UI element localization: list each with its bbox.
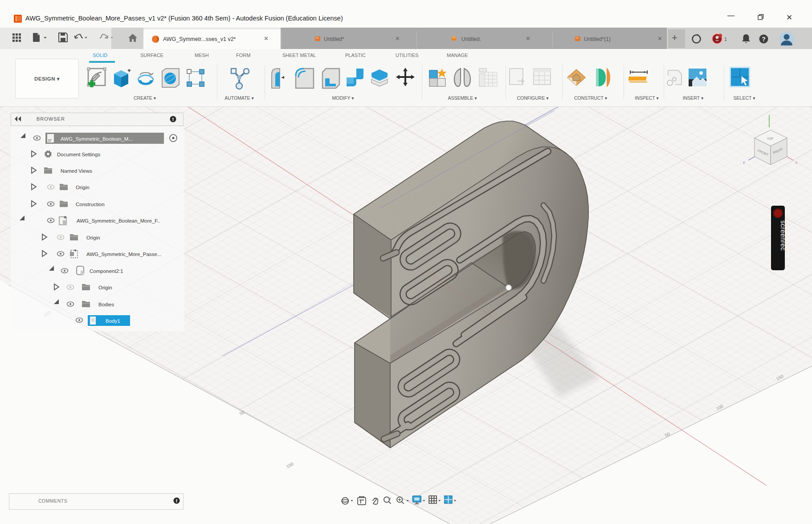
svg-text:AWG_Symmetric_More_Passe...: AWG_Symmetric_More_Passe...	[86, 252, 161, 257]
svg-text:?: ?	[762, 36, 766, 43]
svg-text:Construction: Construction	[76, 202, 105, 207]
svg-text:Component2:1: Component2:1	[90, 268, 123, 274]
svg-text:z: z	[389, 496, 391, 500]
svg-text:Bodies: Bodies	[98, 302, 114, 307]
svg-text:Origin: Origin	[86, 235, 100, 240]
svg-text:TOP: TOP	[767, 137, 774, 140]
svg-text:AWG_Symmetric_Boolean_More_F..: AWG_Symmetric_Boolean_More_F..	[77, 218, 160, 223]
svg-text:Named Views: Named Views	[61, 168, 92, 174]
svg-text:Document Settings: Document Settings	[57, 152, 100, 157]
svg-text:Origin: Origin	[98, 285, 112, 290]
svg-text:Body1: Body1	[106, 318, 120, 324]
svg-text:x: x	[796, 160, 798, 165]
svg-text:AWG_Symmetric_Boolean_M...: AWG_Symmetric_Boolean_M...	[61, 136, 133, 142]
svg-text:Origin: Origin	[76, 185, 90, 190]
svg-text:1: 1	[724, 37, 727, 42]
svg-text:z: z	[743, 160, 745, 165]
svg-text:screenrec: screenrec	[779, 220, 787, 251]
